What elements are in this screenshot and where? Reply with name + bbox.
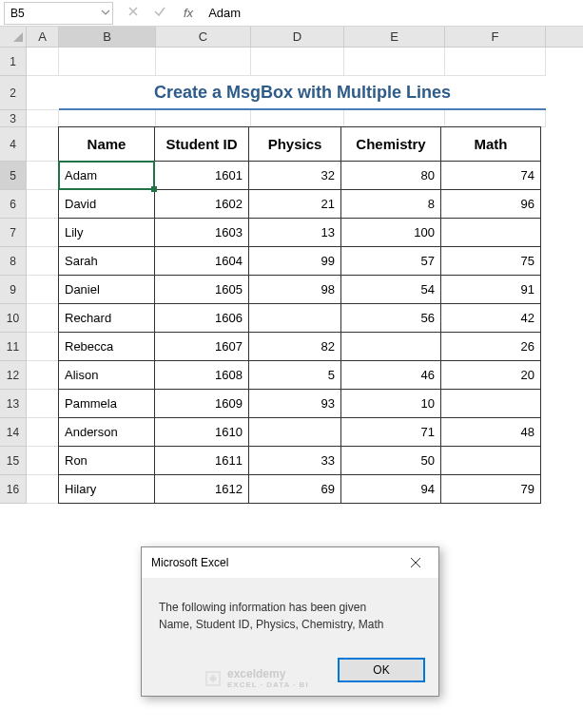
check-icon[interactable] <box>153 5 166 22</box>
cell-math[interactable]: 26 <box>440 332 541 361</box>
col-header-D[interactable]: D <box>251 27 344 47</box>
cell-id[interactable]: 1602 <box>154 189 249 219</box>
fx-label[interactable]: fx <box>184 6 193 20</box>
row-header-9[interactable]: 9 <box>0 276 27 304</box>
cell-physics[interactable] <box>248 417 341 447</box>
cell-physics[interactable]: 5 <box>248 360 341 390</box>
cell[interactable] <box>27 276 59 304</box>
cell-math[interactable] <box>440 389 541 418</box>
cell[interactable] <box>27 333 59 361</box>
cell-physics[interactable]: 98 <box>248 275 341 304</box>
cell-name[interactable]: Anderson <box>58 417 155 447</box>
cell[interactable] <box>27 247 59 276</box>
cell-name[interactable]: Sarah <box>58 246 155 276</box>
cell-chemistry[interactable]: 100 <box>340 218 441 247</box>
cell-physics[interactable]: 33 <box>248 446 341 475</box>
ok-button[interactable]: OK <box>338 658 425 682</box>
cell-chemistry[interactable]: 57 <box>340 246 441 276</box>
cell-physics[interactable]: 93 <box>248 389 341 418</box>
cell[interactable] <box>27 418 59 447</box>
cell-id[interactable]: 1610 <box>154 417 249 447</box>
cell[interactable] <box>27 390 59 418</box>
row-header-8[interactable]: 8 <box>0 247 27 276</box>
cell[interactable] <box>156 48 251 76</box>
cell-math[interactable]: 74 <box>440 161 541 190</box>
cell-chemistry[interactable] <box>340 332 441 361</box>
cancel-icon[interactable] <box>126 5 140 22</box>
col-header-A[interactable]: A <box>27 27 59 47</box>
cell[interactable] <box>27 361 59 390</box>
cell-name[interactable]: Lily <box>58 218 155 247</box>
row-header-16[interactable]: 16 <box>0 475 27 504</box>
cell-chemistry[interactable]: 10 <box>340 389 441 418</box>
cell-name[interactable]: Adam <box>58 161 155 190</box>
cell[interactable] <box>27 162 59 190</box>
cell[interactable] <box>445 110 546 127</box>
close-icon[interactable] <box>402 553 429 572</box>
table-header-chemistry[interactable]: Chemistry <box>340 126 441 162</box>
chevron-down-icon[interactable] <box>101 7 110 20</box>
cell-name[interactable]: Rechard <box>58 303 155 333</box>
cell-math[interactable]: 20 <box>440 360 541 390</box>
cell-name[interactable]: Daniel <box>58 275 155 304</box>
table-header-physics[interactable]: Physics <box>248 126 341 162</box>
cell[interactable] <box>27 304 59 333</box>
col-header-B[interactable]: B <box>59 27 156 47</box>
cell-physics[interactable]: 69 <box>248 474 341 504</box>
cell-id[interactable]: 1611 <box>154 446 249 475</box>
cell-chemistry[interactable]: 80 <box>340 161 441 190</box>
cell-chemistry[interactable]: 46 <box>340 360 441 390</box>
cell-physics[interactable]: 21 <box>248 189 341 219</box>
cell[interactable] <box>27 447 59 475</box>
col-header-E[interactable]: E <box>344 27 445 47</box>
col-header-F[interactable]: F <box>445 27 546 47</box>
row-header-1[interactable]: 1 <box>0 48 27 76</box>
formula-input[interactable]: Adam <box>201 6 583 20</box>
row-header-6[interactable]: 6 <box>0 190 27 219</box>
cell-math[interactable]: 91 <box>440 275 541 304</box>
cell[interactable] <box>344 110 445 127</box>
cell-physics[interactable]: 32 <box>248 161 341 190</box>
cell[interactable] <box>27 48 59 76</box>
cell-math[interactable] <box>440 218 541 247</box>
cell[interactable] <box>27 219 59 247</box>
cell-chemistry[interactable]: 56 <box>340 303 441 333</box>
row-header-13[interactable]: 13 <box>0 390 27 418</box>
row-header-14[interactable]: 14 <box>0 418 27 447</box>
cell-id[interactable]: 1604 <box>154 246 249 276</box>
row-header-2[interactable]: 2 <box>0 76 27 110</box>
cell-math[interactable]: 48 <box>440 417 541 447</box>
table-header-math[interactable]: Math <box>440 126 541 162</box>
cell[interactable] <box>445 48 546 76</box>
table-header-id[interactable]: Student ID <box>154 126 249 162</box>
cell-chemistry[interactable]: 54 <box>340 275 441 304</box>
cell-name[interactable]: Alison <box>58 360 155 390</box>
cell-name[interactable]: David <box>58 189 155 219</box>
cell-id[interactable]: 1605 <box>154 275 249 304</box>
cell-name[interactable]: Ron <box>58 446 155 475</box>
cell-id[interactable]: 1607 <box>154 332 249 361</box>
cell-id[interactable]: 1608 <box>154 360 249 390</box>
cell-chemistry[interactable]: 50 <box>340 446 441 475</box>
cell-math[interactable]: 96 <box>440 189 541 219</box>
cell-math[interactable]: 75 <box>440 246 541 276</box>
row-header-11[interactable]: 11 <box>0 333 27 361</box>
page-title[interactable]: Create a MsgBox with Multiple Lines <box>59 76 546 110</box>
msgbox-titlebar[interactable]: Microsoft Excel <box>142 547 438 578</box>
cell[interactable] <box>156 110 251 127</box>
cell[interactable] <box>27 76 59 110</box>
row-header-12[interactable]: 12 <box>0 361 27 390</box>
cell-math[interactable]: 79 <box>440 474 541 504</box>
cell[interactable] <box>59 110 156 127</box>
cell-name[interactable]: Rebecca <box>58 332 155 361</box>
cell-math[interactable] <box>440 446 541 475</box>
cell[interactable] <box>251 110 344 127</box>
cell[interactable] <box>27 127 59 162</box>
cell-name[interactable]: Pammela <box>58 389 155 418</box>
cell-physics[interactable] <box>248 303 341 333</box>
cell-physics[interactable]: 13 <box>248 218 341 247</box>
cell[interactable] <box>27 190 59 219</box>
row-header-15[interactable]: 15 <box>0 447 27 475</box>
cell-physics[interactable]: 99 <box>248 246 341 276</box>
cell-name[interactable]: Hilary <box>58 474 155 504</box>
